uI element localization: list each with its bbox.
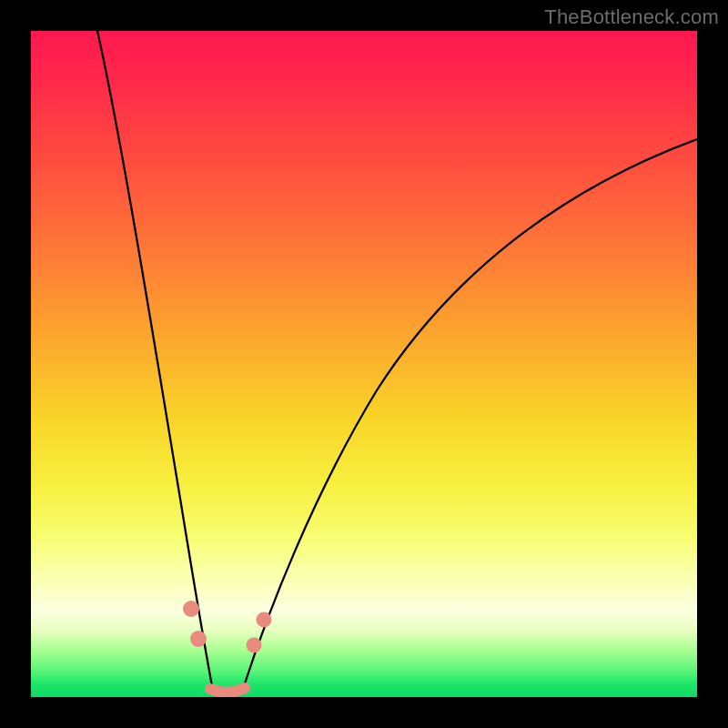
watermark-text: TheBottleneck.com <box>544 5 719 29</box>
outer-frame: TheBottleneck.com <box>0 0 728 728</box>
marker-left-lower <box>190 631 207 647</box>
marker-left-upper <box>183 601 199 617</box>
chart-svg <box>31 31 697 697</box>
curve-left-branch <box>97 31 212 686</box>
curve-right-branch <box>244 139 697 686</box>
marker-right-upper <box>257 612 272 628</box>
marker-floor <box>210 688 245 693</box>
plot-area <box>31 31 697 697</box>
marker-right-lower <box>247 638 262 653</box>
